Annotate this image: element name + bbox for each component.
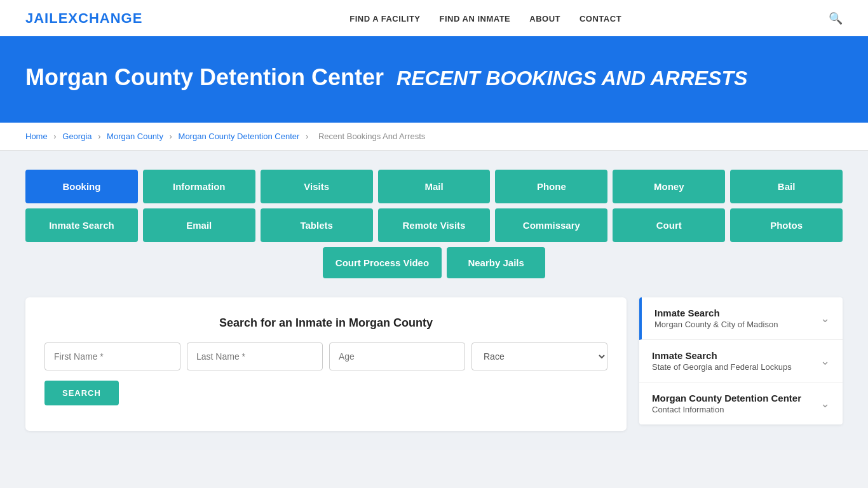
hero-section: Morgan County Detention Center RECENT BO…	[0, 38, 868, 123]
breadcrumb-current: Recent Bookings And Arrests	[318, 132, 425, 141]
nav-link-contact[interactable]: CONTACT	[580, 14, 621, 24]
search-form-title: Search for an Inmate in Morgan County	[44, 316, 607, 330]
tab-row-2: Inmate Search Email Tablets Remote Visit…	[25, 208, 843, 242]
tab-remote-visits[interactable]: Remote Visits	[378, 208, 491, 242]
breadcrumb-sep4: ›	[306, 132, 311, 141]
breadcrumb-sep2: ›	[98, 132, 103, 141]
tab-bail[interactable]: Bail	[730, 170, 843, 203]
sidebar-item-contact-info[interactable]: Morgan County Detention Center Contact I…	[639, 383, 843, 424]
navbar: JAILEXCHANGE FIND A FACILITYFIND AN INMA…	[0, 0, 868, 38]
tab-information[interactable]: Information	[143, 170, 255, 203]
search-icon[interactable]: 🔍	[829, 11, 843, 25]
sidebar-item-title-3: Morgan County Detention Center	[652, 393, 801, 403]
bottom-section: Search for an Inmate in Morgan County Ra…	[25, 297, 843, 431]
breadcrumb-morgan-county[interactable]: Morgan County	[107, 132, 163, 141]
breadcrumb-sep: ›	[53, 132, 58, 141]
logo-part1: JAIL	[25, 10, 58, 26]
tab-money[interactable]: Money	[613, 170, 725, 203]
nav-link-find-inmate[interactable]: FIND AN INMATE	[440, 14, 511, 24]
tab-grid: Booking Information Visits Mail Phone Mo…	[25, 170, 843, 278]
tab-commissary[interactable]: Commissary	[495, 208, 607, 242]
chevron-down-icon-2: ⌄	[820, 354, 830, 368]
sidebar-item-inmate-search-morgan[interactable]: Inmate Search Morgan County & City of Ma…	[639, 297, 843, 340]
sidebar-item-sub-2: State of Georgia and Federal Lockups	[652, 362, 792, 372]
breadcrumb-detention-center[interactable]: Morgan County Detention Center	[179, 132, 300, 141]
sidebar-item-inmate-search-georgia[interactable]: Inmate Search State of Georgia and Feder…	[639, 340, 843, 383]
tab-booking[interactable]: Booking	[25, 170, 138, 203]
nav-link-find-facility[interactable]: FIND A FACILITY	[349, 14, 420, 24]
last-name-input[interactable]	[187, 342, 323, 370]
tab-court[interactable]: Court	[613, 208, 725, 242]
inmate-search-form: Search for an Inmate in Morgan County Ra…	[25, 297, 627, 431]
sidebar-item-title-1: Inmate Search	[654, 308, 778, 318]
tab-visits[interactable]: Visits	[261, 170, 373, 203]
tab-row-1: Booking Information Visits Mail Phone Mo…	[25, 170, 843, 203]
logo[interactable]: JAILEXCHANGE	[25, 10, 142, 27]
logo-part2: EXCHANGE	[58, 10, 143, 26]
tab-photos[interactable]: Photos	[730, 208, 843, 242]
nav-links: FIND A FACILITYFIND AN INMATEABOUTCONTAC…	[349, 13, 621, 24]
nav-link-about[interactable]: ABOUT	[529, 14, 560, 24]
hero-title-italic: RECENT BOOKINGS AND ARRESTS	[397, 67, 747, 90]
breadcrumb-sep3: ›	[170, 132, 175, 141]
tab-nearby-jails[interactable]: Nearby Jails	[447, 247, 545, 278]
tab-email[interactable]: Email	[143, 208, 255, 242]
tab-phone[interactable]: Phone	[495, 170, 607, 203]
breadcrumb-home[interactable]: Home	[25, 132, 48, 141]
search-button[interactable]: SEARCH	[44, 381, 119, 405]
tab-mail[interactable]: Mail	[378, 170, 491, 203]
breadcrumb: Home › Georgia › Morgan County › Morgan …	[0, 123, 868, 151]
race-select[interactable]: Race White Black Hispanic Asian Other	[471, 342, 607, 370]
hero-title-main: Morgan County Detention Center	[25, 64, 384, 90]
first-name-input[interactable]	[44, 342, 180, 370]
sidebar-item-sub-3: Contact Information	[652, 405, 801, 414]
sidebar-item-sub-1: Morgan County & City of Madison	[654, 320, 778, 329]
breadcrumb-georgia[interactable]: Georgia	[62, 132, 92, 141]
sidebar-item-title-2: Inmate Search	[652, 350, 792, 361]
tab-row-3: Court Process Video Nearby Jails	[25, 247, 843, 278]
main-content: Booking Information Visits Mail Phone Mo…	[0, 151, 868, 450]
search-form-row1: Race White Black Hispanic Asian Other	[44, 342, 607, 370]
tab-court-process-video[interactable]: Court Process Video	[323, 247, 442, 278]
sidebar: Inmate Search Morgan County & City of Ma…	[639, 297, 843, 424]
tab-inmate-search[interactable]: Inmate Search	[25, 208, 138, 242]
tab-tablets[interactable]: Tablets	[261, 208, 373, 242]
page-title: Morgan County Detention Center RECENT BO…	[25, 64, 843, 91]
chevron-down-icon-1: ⌄	[820, 311, 830, 325]
chevron-down-icon-3: ⌄	[820, 396, 830, 410]
age-input[interactable]	[329, 342, 465, 370]
